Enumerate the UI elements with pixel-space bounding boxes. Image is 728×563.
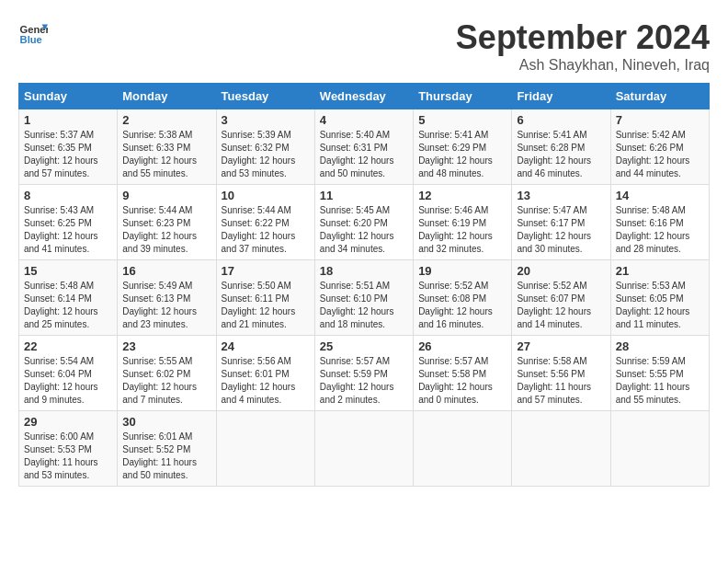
table-row: 12Sunrise: 5:46 AM Sunset: 6:19 PM Dayli… (414, 185, 512, 260)
logo: General Blue (18, 18, 48, 48)
day-info: Sunrise: 5:47 AM Sunset: 6:17 PM Dayligh… (517, 204, 605, 256)
table-row: 8Sunrise: 5:43 AM Sunset: 6:25 PM Daylig… (19, 185, 118, 260)
day-number: 19 (418, 264, 506, 278)
day-info: Sunrise: 5:54 AM Sunset: 6:04 PM Dayligh… (24, 355, 112, 407)
day-number: 2 (122, 113, 210, 127)
day-info: Sunrise: 5:40 AM Sunset: 6:31 PM Dayligh… (320, 129, 408, 180)
table-row: 10Sunrise: 5:44 AM Sunset: 6:22 PM Dayli… (216, 185, 314, 260)
day-info: Sunrise: 5:43 AM Sunset: 6:25 PM Dayligh… (24, 204, 112, 256)
table-row: 7Sunrise: 5:42 AM Sunset: 6:26 PM Daylig… (610, 109, 709, 185)
day-number: 26 (418, 339, 506, 353)
day-info: Sunrise: 5:41 AM Sunset: 6:29 PM Dayligh… (418, 129, 506, 180)
table-row: 24Sunrise: 5:56 AM Sunset: 6:01 PM Dayli… (216, 336, 314, 411)
table-row: 9Sunrise: 5:44 AM Sunset: 6:23 PM Daylig… (118, 185, 216, 260)
day-number: 7 (616, 113, 704, 127)
table-row: 15Sunrise: 5:48 AM Sunset: 6:14 PM Dayli… (19, 260, 118, 336)
day-number: 25 (320, 339, 408, 353)
calendar-header-row: Sunday Monday Tuesday Wednesday Thursday… (19, 84, 710, 109)
table-row: 6Sunrise: 5:41 AM Sunset: 6:28 PM Daylig… (512, 109, 610, 185)
day-number: 10 (222, 189, 310, 202)
day-info: Sunrise: 5:49 AM Sunset: 6:13 PM Dayligh… (122, 280, 210, 331)
day-number: 12 (418, 189, 506, 202)
day-info: Sunrise: 5:53 AM Sunset: 6:05 PM Dayligh… (616, 280, 704, 331)
logo-icon: General Blue (18, 18, 48, 48)
table-row: 28Sunrise: 5:59 AM Sunset: 5:55 PM Dayli… (610, 336, 709, 411)
table-row: 22Sunrise: 5:54 AM Sunset: 6:04 PM Dayli… (19, 336, 118, 411)
day-info: Sunrise: 5:42 AM Sunset: 6:26 PM Dayligh… (616, 129, 704, 180)
table-row (216, 411, 314, 487)
day-info: Sunrise: 5:57 AM Sunset: 5:58 PM Dayligh… (418, 355, 506, 407)
table-row: 27Sunrise: 5:58 AM Sunset: 5:56 PM Dayli… (512, 336, 610, 411)
day-info: Sunrise: 5:52 AM Sunset: 6:08 PM Dayligh… (418, 280, 506, 331)
calendar-week-5: 29Sunrise: 6:00 AM Sunset: 5:53 PM Dayli… (19, 411, 710, 487)
day-info: Sunrise: 5:46 AM Sunset: 6:19 PM Dayligh… (418, 204, 506, 256)
day-number: 27 (517, 339, 605, 353)
day-info: Sunrise: 5:57 AM Sunset: 5:59 PM Dayligh… (320, 355, 408, 407)
day-number: 23 (122, 339, 210, 353)
day-number: 8 (24, 189, 112, 202)
day-info: Sunrise: 5:37 AM Sunset: 6:35 PM Dayligh… (24, 129, 112, 180)
location: Ash Shaykhan, Nineveh, Iraq (456, 57, 710, 74)
table-row: 13Sunrise: 5:47 AM Sunset: 6:17 PM Dayli… (512, 185, 610, 260)
month-title: September 2024 (456, 18, 710, 57)
col-friday: Friday (512, 84, 610, 109)
day-number: 21 (616, 264, 704, 278)
day-number: 16 (122, 264, 210, 278)
table-row: 3Sunrise: 5:39 AM Sunset: 6:32 PM Daylig… (216, 109, 314, 185)
table-row: 30Sunrise: 6:01 AM Sunset: 5:52 PM Dayli… (118, 411, 216, 487)
calendar-week-3: 15Sunrise: 5:48 AM Sunset: 6:14 PM Dayli… (19, 260, 710, 336)
table-row (414, 411, 512, 487)
table-row: 16Sunrise: 5:49 AM Sunset: 6:13 PM Dayli… (118, 260, 216, 336)
table-row: 4Sunrise: 5:40 AM Sunset: 6:31 PM Daylig… (314, 109, 413, 185)
day-number: 24 (222, 339, 310, 353)
day-info: Sunrise: 5:44 AM Sunset: 6:22 PM Dayligh… (222, 204, 310, 256)
col-sunday: Sunday (19, 84, 118, 109)
day-info: Sunrise: 5:41 AM Sunset: 6:28 PM Dayligh… (517, 129, 605, 180)
table-row: 29Sunrise: 6:00 AM Sunset: 5:53 PM Dayli… (19, 411, 118, 487)
col-tuesday: Tuesday (216, 84, 314, 109)
table-row: 18Sunrise: 5:51 AM Sunset: 6:10 PM Dayli… (314, 260, 413, 336)
day-number: 14 (616, 189, 704, 202)
table-row: 26Sunrise: 5:57 AM Sunset: 5:58 PM Dayli… (414, 336, 512, 411)
table-row: 19Sunrise: 5:52 AM Sunset: 6:08 PM Dayli… (414, 260, 512, 336)
day-info: Sunrise: 5:58 AM Sunset: 5:56 PM Dayligh… (517, 355, 605, 407)
calendar-week-2: 8Sunrise: 5:43 AM Sunset: 6:25 PM Daylig… (19, 185, 710, 260)
day-number: 9 (122, 189, 210, 202)
table-row (512, 411, 610, 487)
day-info: Sunrise: 5:44 AM Sunset: 6:23 PM Dayligh… (122, 204, 210, 256)
col-wednesday: Wednesday (314, 84, 413, 109)
title-block: September 2024 Ash Shaykhan, Nineveh, Ir… (456, 18, 710, 74)
table-row: 25Sunrise: 5:57 AM Sunset: 5:59 PM Dayli… (314, 336, 413, 411)
calendar-week-1: 1Sunrise: 5:37 AM Sunset: 6:35 PM Daylig… (19, 109, 710, 185)
day-number: 11 (320, 189, 408, 202)
day-info: Sunrise: 5:48 AM Sunset: 6:16 PM Dayligh… (616, 204, 704, 256)
day-number: 17 (222, 264, 310, 278)
day-number: 3 (222, 113, 310, 127)
day-number: 22 (24, 339, 112, 353)
day-info: Sunrise: 5:52 AM Sunset: 6:07 PM Dayligh… (517, 280, 605, 331)
svg-text:Blue: Blue (20, 34, 42, 45)
table-row: 1Sunrise: 5:37 AM Sunset: 6:35 PM Daylig… (19, 109, 118, 185)
day-info: Sunrise: 5:59 AM Sunset: 5:55 PM Dayligh… (616, 355, 704, 407)
day-number: 1 (24, 113, 112, 127)
day-number: 30 (122, 415, 210, 429)
col-monday: Monday (118, 84, 216, 109)
col-saturday: Saturday (610, 84, 709, 109)
day-info: Sunrise: 5:39 AM Sunset: 6:32 PM Dayligh… (222, 129, 310, 180)
day-number: 6 (517, 113, 605, 127)
day-number: 13 (517, 189, 605, 202)
day-number: 5 (418, 113, 506, 127)
table-row (610, 411, 709, 487)
page-header: General Blue September 2024 Ash Shaykhan… (18, 18, 710, 74)
day-number: 20 (517, 264, 605, 278)
day-number: 28 (616, 339, 704, 353)
day-info: Sunrise: 5:51 AM Sunset: 6:10 PM Dayligh… (320, 280, 408, 331)
table-row: 14Sunrise: 5:48 AM Sunset: 6:16 PM Dayli… (610, 185, 709, 260)
day-number: 18 (320, 264, 408, 278)
table-row: 2Sunrise: 5:38 AM Sunset: 6:33 PM Daylig… (118, 109, 216, 185)
table-row: 11Sunrise: 5:45 AM Sunset: 6:20 PM Dayli… (314, 185, 413, 260)
col-thursday: Thursday (414, 84, 512, 109)
day-info: Sunrise: 5:56 AM Sunset: 6:01 PM Dayligh… (222, 355, 310, 407)
table-row (314, 411, 413, 487)
day-number: 15 (24, 264, 112, 278)
